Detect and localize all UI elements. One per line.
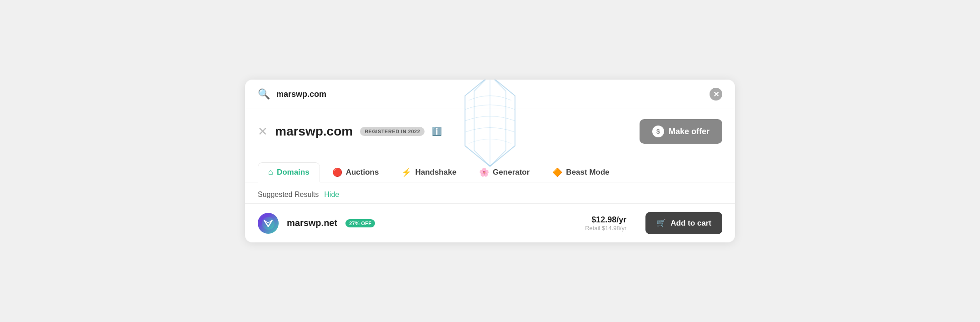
generator-icon: 🌸 xyxy=(479,167,489,177)
make-offer-button[interactable]: $ Make offer xyxy=(640,119,722,144)
result-item: marswp.net 27% OFF $12.98/yr Retail $14.… xyxy=(245,203,735,242)
tabs-row: ⌂ Domains 🔴 Auctions ⚡ Handshake 🌸 Gener… xyxy=(245,154,735,182)
tab-generator-label: Generator xyxy=(493,168,530,177)
tab-beast-mode[interactable]: 🔶 Beast Mode xyxy=(542,162,620,182)
beast-mode-icon: 🔶 xyxy=(552,167,562,177)
tab-generator[interactable]: 🌸 Generator xyxy=(469,162,540,182)
handshake-icon: ⚡ xyxy=(401,167,411,177)
hide-link[interactable]: Hide xyxy=(324,191,339,199)
domain-title: marswp.com xyxy=(275,124,353,139)
search-input[interactable] xyxy=(276,90,703,99)
tab-handshake[interactable]: ⚡ Handshake xyxy=(391,162,467,182)
search-icon: 🔍 xyxy=(258,88,270,100)
suggested-header: Suggested Results Hide xyxy=(245,182,735,203)
suggested-title: Suggested Results xyxy=(258,191,319,199)
tab-auctions-label: Auctions xyxy=(346,168,379,177)
result-domain-name: marswp.net xyxy=(287,218,337,228)
search-bar: 🔍 ✕ xyxy=(245,80,735,109)
domains-icon: ⌂ xyxy=(268,167,273,177)
svg-point-0 xyxy=(262,217,275,230)
auctions-icon: 🔴 xyxy=(332,167,342,177)
clear-button[interactable]: ✕ xyxy=(710,88,722,101)
tab-handshake-label: Handshake xyxy=(415,168,456,177)
domain-result-row: ✕ marswp.com REGISTERED IN 2022 ℹ️ $ Mak… xyxy=(245,109,735,154)
result-avatar xyxy=(258,213,279,234)
discount-badge: 27% OFF xyxy=(345,219,375,227)
price-main: $12.98/yr xyxy=(585,215,626,225)
tab-domains[interactable]: ⌂ Domains xyxy=(258,162,320,182)
tab-domains-label: Domains xyxy=(277,168,310,177)
price-block: $12.98/yr Retail $14.98/yr xyxy=(585,215,626,231)
tab-beast-mode-label: Beast Mode xyxy=(566,168,609,177)
add-to-cart-button[interactable]: 🛒 Add to cart xyxy=(645,212,722,234)
info-icon[interactable]: ℹ️ xyxy=(432,126,442,136)
main-card: 🔍 ✕ ✕ marswp.com REGISTERED IN 2022 ℹ️ $ xyxy=(245,80,735,242)
domain-close-icon[interactable]: ✕ xyxy=(258,125,268,139)
price-retail: Retail $14.98/yr xyxy=(585,225,626,231)
tab-auctions[interactable]: 🔴 Auctions xyxy=(322,162,390,182)
add-to-cart-label: Add to cart xyxy=(670,219,711,228)
cart-icon: 🛒 xyxy=(656,218,666,228)
registered-badge: REGISTERED IN 2022 xyxy=(360,127,425,136)
offer-dollar-icon: $ xyxy=(652,126,664,137)
make-offer-label: Make offer xyxy=(669,127,710,136)
